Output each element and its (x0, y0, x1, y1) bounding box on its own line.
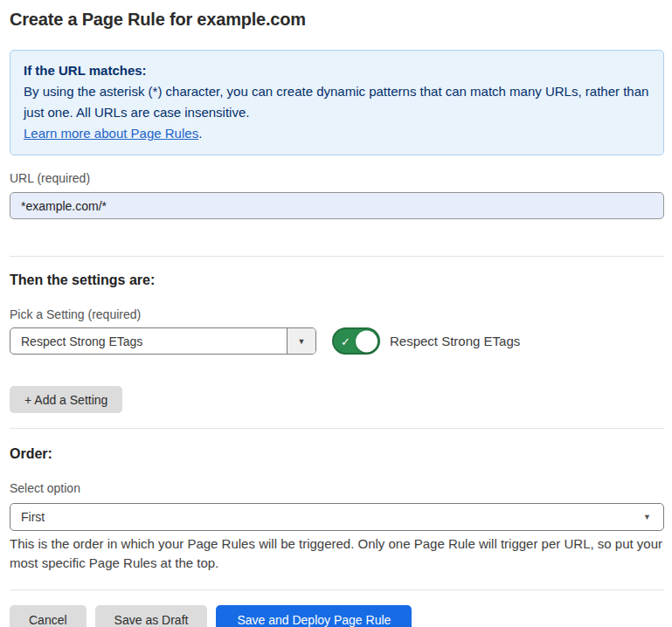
url-field-label: URL (required) (10, 172, 664, 185)
setting-toggle[interactable]: ✓ (332, 327, 380, 355)
order-select-label: Select option (10, 482, 664, 495)
section-divider (10, 428, 664, 429)
action-buttons-row: Cancel Save as Draft Save and Deploy Pag… (10, 605, 664, 627)
url-match-info-box: If the URL matches: By using the asteris… (10, 50, 664, 155)
order-select-value: First (10, 510, 643, 524)
cancel-button[interactable]: Cancel (10, 605, 87, 627)
toggle-knob (356, 330, 378, 352)
settings-section-heading: Then the settings are: (10, 272, 664, 288)
save-and-deploy-button[interactable]: Save and Deploy Page Rule (216, 605, 412, 627)
check-icon: ✓ (341, 335, 350, 347)
footer-divider (10, 589, 664, 590)
setting-select-value: Respect Strong ETags (10, 334, 287, 348)
order-help-text: This is the order in which your Page Rul… (10, 534, 664, 573)
toggle-label: Respect Strong ETags (390, 334, 520, 348)
pick-setting-label: Pick a Setting (required) (10, 308, 664, 321)
chevron-down-icon: ▼ (643, 513, 663, 521)
order-section-heading: Order: (10, 446, 664, 462)
setting-row: Respect Strong ETags ▼ ✓ Respect Strong … (10, 327, 664, 355)
page-title: Create a Page Rule for example.com (10, 9, 664, 30)
save-as-draft-button[interactable]: Save as Draft (95, 605, 208, 627)
learn-more-link[interactable]: Learn more about Page Rules (24, 126, 198, 141)
info-box-heading: If the URL matches: (24, 60, 650, 81)
setting-select[interactable]: Respect Strong ETags ▼ (10, 327, 316, 355)
section-divider (10, 256, 664, 257)
info-box-body: By using the asterisk (*) character, you… (24, 81, 650, 123)
order-select[interactable]: First ▼ (10, 503, 664, 531)
info-box-link-line: Learn more about Page Rules. (24, 123, 650, 144)
link-suffix: . (198, 126, 202, 141)
chevron-down-icon[interactable]: ▼ (287, 328, 315, 354)
url-input[interactable] (10, 192, 664, 219)
create-page-rule-panel: Create a Page Rule for example.com If th… (0, 9, 672, 627)
add-setting-button[interactable]: + Add a Setting (10, 386, 122, 413)
